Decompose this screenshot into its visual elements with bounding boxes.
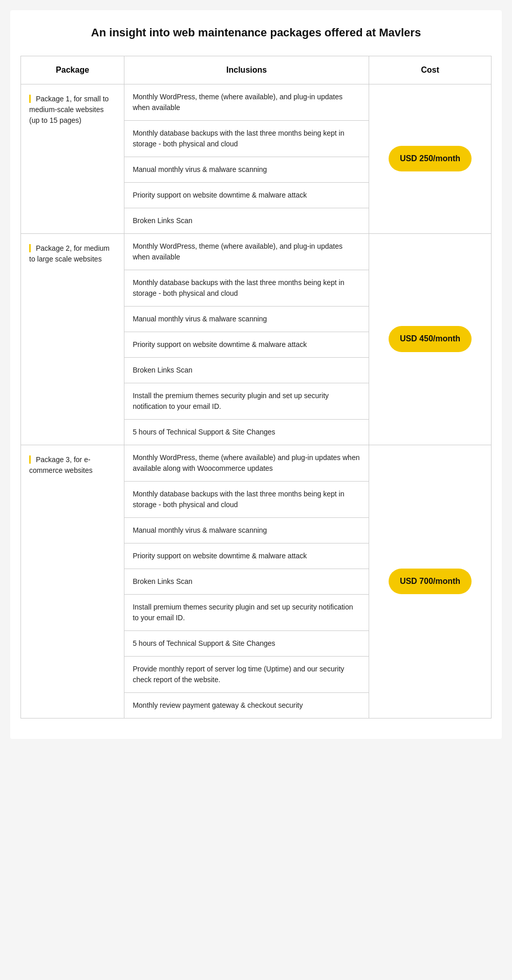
main-container: An insight into web maintenance packages… <box>10 10 502 739</box>
header-cost: Cost <box>369 56 492 84</box>
inclusion-item: Broken Links Scan <box>124 357 369 383</box>
header-package: Package <box>21 56 124 84</box>
inclusion-item: Manual monthly virus & malware scanning <box>124 306 369 332</box>
inclusion-item: Monthly database backups with the last t… <box>124 481 369 517</box>
inclusion-item: Monthly WordPress, theme (where availabl… <box>124 84 369 120</box>
inclusion-item: Install the premium themes security plug… <box>124 383 369 419</box>
cost-badge-2: USD 450/month <box>389 326 472 352</box>
inclusion-item: Monthly database backups with the last t… <box>124 120 369 157</box>
inclusion-item: Manual monthly virus & malware scanning <box>124 517 369 543</box>
inclusion-item: 5 hours of Technical Support & Site Chan… <box>124 419 369 445</box>
inclusion-item: Broken Links Scan <box>124 208 369 233</box>
cost-cell-2: USD 450/month <box>369 233 492 445</box>
inclusion-item: Broken Links Scan <box>124 569 369 594</box>
inclusion-item: Manual monthly virus & malware scanning <box>124 157 369 182</box>
inclusion-item: Monthly review payment gateway & checkou… <box>124 692 369 718</box>
inclusion-item: Install premium themes security plugin a… <box>124 594 369 630</box>
packages-table: Package Inclusions Cost Package 1, for s… <box>20 56 492 718</box>
inclusion-item: 5 hours of Technical Support & Site Chan… <box>124 630 369 656</box>
inclusion-item: Monthly WordPress, theme (where availabl… <box>124 445 369 481</box>
inclusion-item: Provide monthly report of server log tim… <box>124 656 369 692</box>
cost-cell-1: USD 250/month <box>369 84 492 233</box>
cost-badge-3: USD 700/month <box>389 569 472 594</box>
inclusion-item: Priority support on website downtime & m… <box>124 543 369 569</box>
package-name-1: Package 1, for small to medium-scale web… <box>21 84 124 233</box>
package-name-2: Package 2, for medium to large scale web… <box>21 233 124 445</box>
page-title: An insight into web maintenance packages… <box>20 26 492 40</box>
table-row: Package 2, for medium to large scale web… <box>21 233 492 270</box>
inclusion-item: Priority support on website downtime & m… <box>124 332 369 357</box>
header-inclusions: Inclusions <box>124 56 369 84</box>
package-name-3: Package 3, for e-commerce websites <box>21 445 124 718</box>
cost-badge-1: USD 250/month <box>389 146 472 171</box>
table-row: Package 1, for small to medium-scale web… <box>21 84 492 120</box>
cost-cell-3: USD 700/month <box>369 445 492 718</box>
inclusion-item: Monthly database backups with the last t… <box>124 270 369 306</box>
inclusion-item: Priority support on website downtime & m… <box>124 182 369 208</box>
table-row: Package 3, for e-commerce websitesMonthl… <box>21 445 492 481</box>
inclusion-item: Monthly WordPress, theme (where availabl… <box>124 233 369 270</box>
